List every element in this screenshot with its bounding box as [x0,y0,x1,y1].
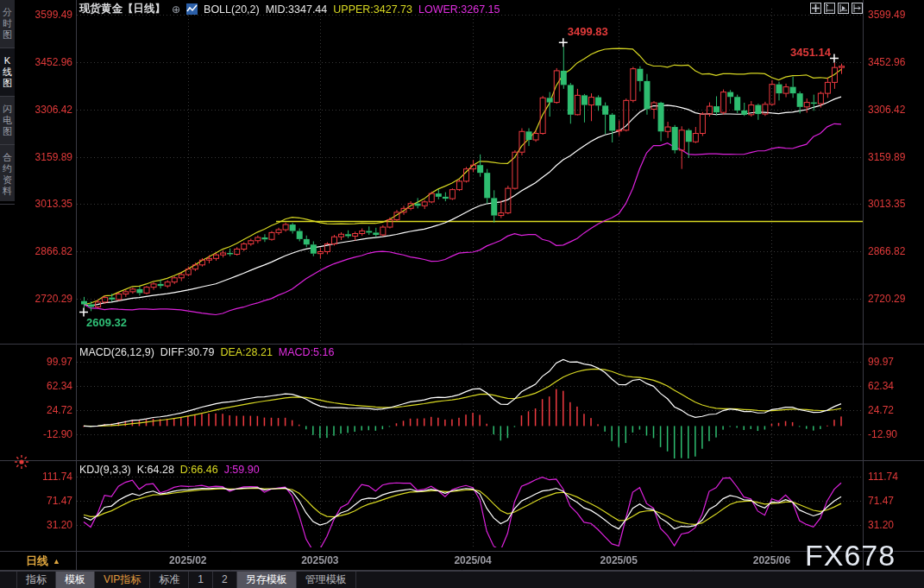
x-axis-date-label: 2025/05 [593,554,644,566]
tab-preset-1[interactable]: 1 [189,572,213,588]
kdj-axis-label-right: 71.47 [868,495,921,507]
kdj-header: KDJ(9,3,3) K:64.28 D:66.46 J:59.90 [79,464,260,476]
alert-icon[interactable] [15,455,28,469]
macd-label: MACD(26,12,9) [79,346,154,358]
boll-upper-value: UPPER:3427.73 [333,3,412,16]
macd-axis-label-right: 99.97 [868,356,921,368]
sidebar: 分 时 图K 线 图闪 电 图合 约 资 料 [0,0,15,201]
watermark: FX678 [805,539,896,572]
macd-dea-value: DEA:28.21 [220,346,272,358]
macd-axis-label-right: -12.90 [868,428,921,440]
sidebar-item-flash-chart[interactable]: 闪 电 图 [0,97,15,145]
price-annotation: 2609.32 [86,316,127,329]
period-selector-label: 日线 [26,553,48,569]
boll-label: BOLL(20,2) [204,3,260,16]
tab-indicators[interactable]: 指标 [17,572,56,588]
main-axis-label-left: 2866.82 [21,245,72,257]
x-axis-date-label: 2025/06 [745,554,797,566]
autoplay-icon[interactable] [838,3,849,14]
tab-manage-template[interactable]: 管理模板 [297,572,356,588]
kdj-j-value: J:59.90 [224,464,260,476]
template-tabbar: 指标模板VIP指标标准12另存模板管理模板 [0,571,924,588]
price-annotation: 3499.83 [568,25,608,38]
main-axis-label-right: 3452.96 [868,56,921,68]
kdj-label: KDJ(9,3,3) [79,464,131,476]
tab-standard[interactable]: 标准 [150,572,189,588]
main-axis-label-left: 3599.49 [21,9,72,21]
sidebar-item-kline-chart[interactable]: K 线 图 [0,48,15,97]
main-axis-label-left: 3013.35 [21,198,72,210]
macd-axis-label-left: 24.72 [21,404,72,416]
main-axis-label-right: 3159.89 [868,151,921,163]
macd-axis-label-right: 62.34 [868,380,921,392]
main-chart-header: 现货黄金【日线】 ⊕ BOLL(20,2) MID:3347.44 UPPER:… [79,2,500,16]
main-axis-label-left: 3306.42 [21,104,72,116]
macd-value: MACD:5.16 [279,346,335,358]
chart-toolbar [810,3,863,14]
boll-mid-value: MID:3347.44 [266,3,328,16]
x-axis-date-label: 2025/03 [294,554,346,566]
trading-app: 分 时 图K 线 图闪 电 图合 约 资 料 现货黄金【日线】 ⊕ BOLL(2… [0,0,924,588]
macd-axis-label-left: 99.97 [21,356,72,368]
expand-icon[interactable]: ⊕ [172,3,180,16]
sidebar-item-contract-info[interactable]: 合 约 资 料 [0,145,15,205]
crosshair-move-icon[interactable] [810,3,821,14]
tabbar-spacer [0,572,17,588]
kdj-axis-label-left: 31.20 [21,519,72,531]
chart-canvas[interactable] [0,0,924,588]
tab-preset-2[interactable]: 2 [213,572,237,588]
macd-header: MACD(26,12,9) DIFF:30.79 DEA:28.21 MACD:… [79,346,334,358]
main-axis-label-left: 3452.96 [21,56,72,68]
main-axis-label-left: 2720.29 [21,293,72,305]
macd-axis-label-left: -12.90 [21,428,72,440]
symbol-title: 现货黄金【日线】 [79,2,166,16]
macd-axis-label-right: 24.72 [868,404,921,416]
macd-axis-label-left: 62.34 [21,380,72,392]
main-axis-label-left: 3159.89 [21,151,72,163]
main-axis-label-right: 3306.42 [868,104,921,116]
chart-type-icon[interactable] [186,3,198,15]
kdj-axis-label-right: 31.20 [868,519,921,531]
x-axis-date-label: 2025/02 [162,554,214,566]
kdj-axis-label-right: 111.74 [868,471,921,483]
sidebar-item-time-chart[interactable]: 分 时 图 [0,0,15,48]
shift-right-icon[interactable] [852,3,863,14]
macd-diff-value: DIFF:30.79 [160,346,215,358]
main-axis-label-right: 2720.29 [868,293,921,305]
period-selector[interactable]: 日线 ▲ [26,553,60,569]
main-axis-label-right: 3599.49 [868,9,921,21]
tab-templates[interactable]: 模板 [56,572,95,588]
price-annotation: 3451.14 [790,46,831,59]
boll-lower-value: LOWER:3267.15 [418,3,500,16]
main-axis-label-right: 2866.82 [868,245,921,257]
symbol-name: 现货黄金 [79,3,123,15]
chevron-up-icon: ▲ [53,557,60,566]
scale-axis-icon[interactable] [824,3,835,14]
kdj-d-value: D:66.46 [180,464,218,476]
kdj-k-value: K:64.28 [137,464,174,476]
x-axis-date-label: 2025/04 [447,554,499,566]
period-label: 【日线】 [123,3,166,15]
tab-vip-indicators[interactable]: VIP指标 [95,572,150,588]
kdj-axis-label-left: 111.74 [21,471,72,483]
main-axis-label-right: 3013.35 [868,198,921,210]
kdj-axis-label-left: 71.47 [21,495,72,507]
tab-save-template[interactable]: 另存模板 [237,572,297,588]
